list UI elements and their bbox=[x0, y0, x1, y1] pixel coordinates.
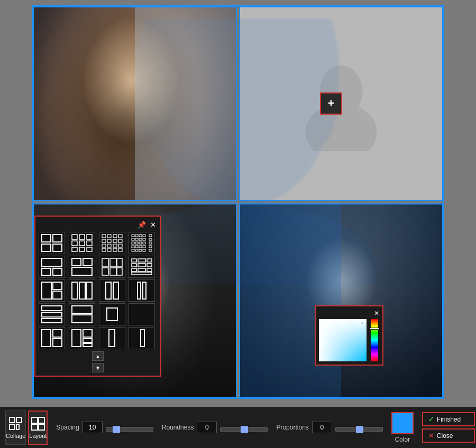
svg-rect-28 bbox=[102, 248, 106, 251]
layout-item-wide-top[interactable] bbox=[39, 256, 65, 278]
layout-item-bottom-2a[interactable] bbox=[39, 327, 65, 349]
svg-rect-8 bbox=[79, 235, 85, 239]
close-button[interactable]: ✕ Close bbox=[422, 428, 475, 443]
collage-cell-4[interactable] bbox=[239, 203, 443, 398]
layout-item-blank[interactable] bbox=[129, 303, 155, 325]
add-image-button[interactable]: + bbox=[320, 92, 342, 115]
layout-item-dashes[interactable] bbox=[129, 256, 155, 278]
svg-rect-72 bbox=[132, 264, 136, 267]
roundness-thumb[interactable] bbox=[241, 426, 248, 433]
spacing-slider[interactable] bbox=[106, 427, 153, 432]
svg-rect-71 bbox=[147, 259, 152, 262]
layout-item-2x2[interactable] bbox=[39, 232, 65, 254]
svg-rect-44 bbox=[139, 242, 142, 244]
svg-rect-53 bbox=[135, 249, 138, 251]
svg-rect-82 bbox=[72, 282, 78, 299]
svg-rect-12 bbox=[87, 241, 92, 246]
svg-rect-42 bbox=[132, 242, 134, 244]
svg-rect-19 bbox=[118, 235, 122, 238]
svg-rect-106 bbox=[10, 424, 15, 430]
color-label: Color bbox=[395, 436, 410, 443]
svg-rect-50 bbox=[143, 246, 145, 248]
layout-item-portrait-2[interactable] bbox=[99, 327, 125, 349]
svg-rect-46 bbox=[149, 242, 152, 244]
svg-rect-16 bbox=[102, 235, 106, 238]
svg-rect-63 bbox=[102, 258, 108, 267]
svg-rect-20 bbox=[102, 239, 106, 242]
svg-rect-9 bbox=[87, 235, 92, 239]
svg-rect-15 bbox=[87, 247, 92, 251]
layout-item-4x4[interactable] bbox=[99, 232, 125, 254]
color-picker-panel: ✕ bbox=[315, 305, 383, 366]
svg-rect-98 bbox=[72, 330, 81, 347]
svg-rect-56 bbox=[149, 249, 152, 251]
svg-rect-35 bbox=[143, 235, 145, 237]
svg-rect-7 bbox=[72, 235, 77, 239]
layout-item-stack-1[interactable] bbox=[99, 303, 125, 325]
svg-rect-70 bbox=[138, 259, 145, 262]
roundness-slider[interactable] bbox=[220, 427, 268, 432]
collage-button[interactable]: Collage bbox=[5, 410, 26, 445]
finished-label: Finished bbox=[437, 416, 461, 423]
svg-rect-10 bbox=[72, 241, 77, 246]
finished-button[interactable]: ✓ Finished bbox=[422, 412, 475, 426]
svg-rect-105 bbox=[16, 417, 22, 423]
pin-icon[interactable]: 📌 bbox=[138, 221, 146, 229]
hue-bar[interactable] bbox=[371, 319, 378, 361]
collage-cell-2[interactable]: + bbox=[239, 6, 443, 201]
proportions-thumb[interactable] bbox=[356, 426, 363, 433]
close-color-picker-button[interactable]: ✕ bbox=[374, 310, 379, 317]
svg-rect-77 bbox=[147, 268, 152, 272]
proportions-slider-wrap bbox=[335, 423, 383, 432]
svg-rect-37 bbox=[132, 238, 134, 240]
roundness-input[interactable] bbox=[197, 422, 217, 433]
check-icon: ✓ bbox=[428, 415, 434, 423]
svg-rect-39 bbox=[139, 238, 142, 240]
color-gradient-picker[interactable] bbox=[319, 319, 367, 361]
svg-rect-31 bbox=[118, 248, 122, 251]
layout-item-narrow-cols[interactable] bbox=[99, 256, 125, 278]
svg-rect-62 bbox=[72, 267, 92, 275]
layout-item-stack-2[interactable] bbox=[69, 303, 95, 325]
svg-rect-14 bbox=[79, 247, 85, 251]
svg-rect-83 bbox=[79, 282, 85, 299]
proportions-label: Proportions bbox=[276, 424, 308, 431]
layout-item-bottom-2b[interactable] bbox=[69, 327, 95, 349]
layout-button[interactable]: Layout bbox=[28, 410, 48, 445]
svg-rect-87 bbox=[138, 282, 141, 299]
svg-rect-84 bbox=[86, 282, 92, 299]
svg-rect-59 bbox=[53, 268, 62, 275]
spacing-thumb[interactable] bbox=[113, 426, 120, 433]
svg-rect-40 bbox=[143, 238, 145, 240]
scroll-up-button[interactable]: ▲ bbox=[92, 351, 104, 361]
scroll-down-button[interactable]: ▼ bbox=[92, 363, 104, 372]
svg-rect-107 bbox=[16, 424, 19, 430]
layout-item-single-col[interactable] bbox=[99, 279, 125, 302]
spacing-input[interactable] bbox=[83, 422, 103, 433]
close-label: Close bbox=[437, 432, 453, 440]
layout-item-5x5[interactable] bbox=[129, 232, 155, 254]
svg-rect-95 bbox=[42, 330, 51, 347]
svg-rect-51 bbox=[149, 246, 152, 248]
spacing-group: Spacing bbox=[56, 422, 153, 433]
close-layout-panel-button[interactable]: ✕ bbox=[150, 221, 156, 229]
x-icon: ✕ bbox=[428, 432, 434, 440]
layout-item-wide-mid[interactable] bbox=[69, 256, 95, 278]
svg-rect-38 bbox=[135, 238, 138, 240]
layout-item-stack-3[interactable] bbox=[39, 303, 65, 325]
proportions-input[interactable] bbox=[312, 422, 332, 433]
svg-rect-85 bbox=[106, 282, 111, 299]
svg-rect-4 bbox=[53, 235, 62, 242]
svg-rect-111 bbox=[39, 424, 44, 430]
svg-rect-55 bbox=[143, 249, 145, 251]
svg-rect-89 bbox=[42, 306, 62, 311]
svg-rect-103 bbox=[141, 330, 144, 347]
color-swatch[interactable] bbox=[391, 412, 414, 434]
layout-item-portrait-1[interactable] bbox=[129, 327, 155, 349]
layout-item-3x3[interactable] bbox=[69, 232, 95, 254]
layout-item-dots[interactable] bbox=[129, 279, 155, 302]
proportions-slider[interactable] bbox=[335, 427, 383, 432]
layout-item-two-col[interactable] bbox=[69, 279, 95, 302]
collage-cell-1[interactable] bbox=[33, 6, 237, 201]
layout-item-tall-left[interactable] bbox=[39, 279, 65, 302]
